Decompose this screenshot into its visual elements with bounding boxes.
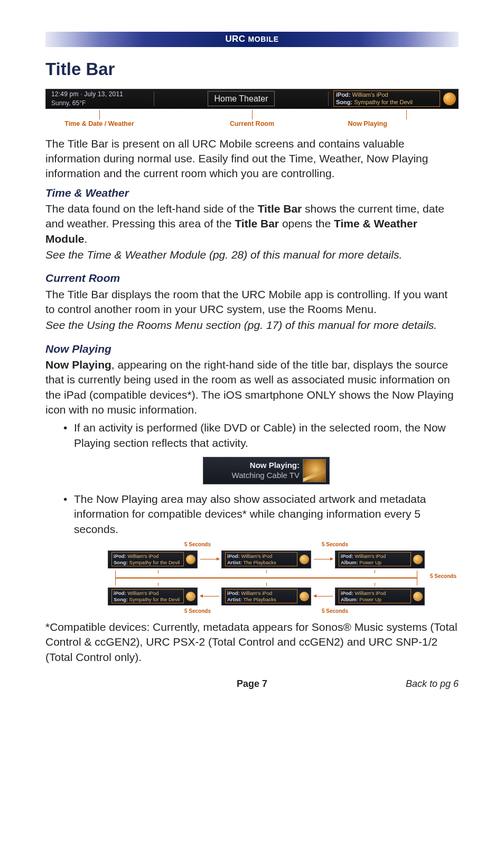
titlebar-weather: Sunny, 65°F — [51, 99, 149, 107]
cycle-interval-label: 5 Seconds — [322, 608, 348, 615]
titlebar-time-date: 12:49 pm · July 13, 2011 — [51, 90, 149, 98]
np-track-value: Sympathy for the Devil — [354, 99, 413, 105]
cycle-card: iPod: William's iPodAlbum: Power Up — [335, 550, 425, 568]
now-playing-icon — [413, 592, 423, 601]
subhead-time-weather: Time & Weather — [45, 186, 459, 200]
titlebar-captions: Time & Date / Weather Current Room Now P… — [45, 110, 459, 131]
document-header-title: URC MOBILE — [225, 33, 278, 45]
compatible-devices-footnote: *Compatible devices: Currently, metadata… — [45, 620, 459, 665]
cycle-interval-label: 5 Seconds — [184, 608, 211, 615]
cycle-card: iPod: William's iPodSong: Sympathy for t… — [108, 587, 198, 605]
cycle-interval-label: 5 Seconds — [322, 541, 348, 548]
arrow-left-icon — [314, 596, 333, 596]
titlebar-now-playing[interactable]: iPod: William's iPod Song: Sympathy for … — [328, 89, 458, 108]
np-box-line2: Watching Cable TV — [207, 471, 300, 481]
titlebar-time-weather[interactable]: 12:49 pm · July 13, 2011 Sunny, 65°F — [46, 89, 154, 108]
now-playing-bullets: If an activity is performed (like DVD or… — [63, 420, 459, 614]
titlebar-room[interactable]: Home Theater — [154, 89, 328, 108]
cycle-bracket — [115, 578, 417, 585]
bullet-activity: If an activity is performed (like DVD or… — [63, 420, 459, 484]
cycle-bracket — [115, 571, 417, 578]
cycle-card: iPod: William's iPodAlbum: Power Up — [335, 587, 425, 605]
metadata-cycle-diagram: 5 Seconds 5 Seconds iPod: William's iPod… — [108, 541, 425, 614]
now-playing-icon — [300, 555, 309, 564]
cycle-card: iPod: William's iPodSong: Sympathy for t… — [108, 550, 198, 568]
page-footer: Page 7 Back to pg 6 — [45, 677, 459, 690]
subhead-current-room: Current Room — [45, 271, 459, 286]
cycle-card: iPod: William's iPodArtist: The Playback… — [221, 587, 311, 605]
document-header-band: URC MOBILE — [45, 32, 459, 47]
cycle-card: iPod: William's iPodArtist: The Playback… — [221, 550, 311, 568]
titlebar: 12:49 pm · July 13, 2011 Sunny, 65°F Hom… — [45, 89, 459, 109]
subhead-now-playing: Now Playing — [45, 342, 459, 356]
titlebar-figure: 12:49 pm · July 13, 2011 Sunny, 65°F Hom… — [45, 89, 459, 131]
now-playing-icon — [186, 555, 195, 564]
np-source-label: iPod: — [336, 91, 351, 98]
time-weather-note: See the Time & Weather Module (pg. 28) o… — [45, 247, 459, 262]
intro-paragraph: The Title Bar is present on all URC Mobi… — [45, 136, 459, 181]
now-playing-activity-box: Now Playing: Watching Cable TV — [203, 457, 330, 484]
titlebar-room-label: Home Theater — [208, 91, 275, 107]
caption-now-playing: Now Playing — [348, 120, 387, 128]
caption-time-weather: Time & Date / Weather — [64, 120, 134, 128]
caption-current-room: Current Room — [230, 120, 274, 128]
cycle-interval-label: 5 Seconds — [184, 541, 211, 548]
np-box-line1: Now Playing: — [207, 461, 300, 471]
np-track-label: Song: — [336, 99, 352, 105]
arrow-right-icon — [314, 559, 333, 559]
bullet-metadata: The Now Playing area may also show assoc… — [63, 492, 459, 614]
now-playing-icon — [300, 592, 309, 601]
arrow-left-icon — [200, 596, 219, 596]
page-title: Title Bar — [45, 58, 459, 81]
cycle-interval-label: 5 Seconds — [430, 573, 456, 580]
now-playing-icon — [413, 555, 423, 564]
back-link[interactable]: Back to pg 6 — [358, 677, 459, 690]
np-source-value: William's iPod — [352, 91, 388, 98]
current-room-note: See the Using the Rooms Menu section (pg… — [45, 318, 459, 333]
arrow-right-icon — [200, 559, 219, 559]
current-room-paragraph: The Title Bar displays the room that the… — [45, 287, 459, 317]
now-playing-paragraph: Now Playing, appearing on the right-hand… — [45, 357, 459, 417]
now-playing-icon — [443, 93, 456, 105]
np-box-artwork-icon — [303, 459, 326, 482]
page-number: Page 7 — [146, 677, 358, 690]
time-weather-paragraph: The data found on the left-hand side of … — [45, 201, 459, 246]
titlebar-now-playing-text: iPod: William's iPod Song: Sympathy for … — [333, 90, 440, 107]
now-playing-icon — [186, 592, 195, 601]
